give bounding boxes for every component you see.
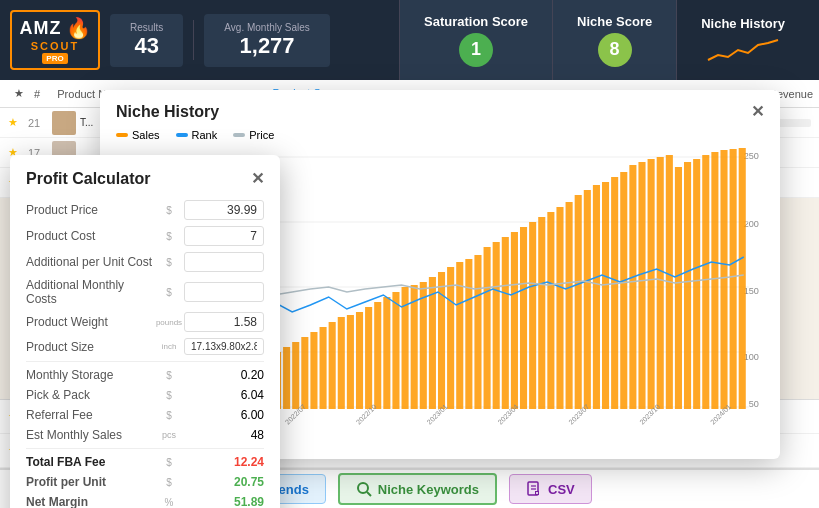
calc-fba-fee-value: 12.24 (184, 455, 264, 469)
calc-header: Profit Calculator ✕ (26, 169, 264, 188)
svg-rect-60 (584, 190, 591, 409)
calc-storage-row: Monthly Storage $ 0.20 (26, 368, 264, 382)
svg-rect-35 (356, 312, 363, 409)
legend-price-dot (233, 133, 245, 137)
avg-sales-label: Avg. Monthly Sales (224, 22, 309, 33)
legend-sales-label: Sales (132, 129, 160, 141)
calc-storage-value: 0.20 (184, 368, 264, 382)
svg-rect-47 (465, 259, 472, 409)
calc-title: Profit Calculator (26, 170, 150, 188)
svg-rect-61 (593, 185, 600, 409)
svg-rect-30 (310, 332, 317, 409)
niche-score-value: 8 (610, 39, 620, 60)
svg-rect-33 (338, 317, 345, 409)
svg-rect-63 (611, 177, 618, 409)
results-stat: Results 43 (110, 14, 183, 67)
csv-label: CSV (548, 482, 575, 497)
svg-rect-49 (484, 247, 491, 409)
calc-margin-value: 51.89 (184, 495, 264, 508)
calc-est-sales-unit: pcs (154, 430, 184, 440)
legend-sales-dot (116, 133, 128, 137)
svg-point-91 (358, 483, 368, 493)
calc-product-cost-row: Product Cost $ (26, 226, 264, 246)
calc-size-row: Product Size inch (26, 338, 264, 355)
modal-header: Niche History ✕ (116, 102, 764, 121)
logo: AMZ 🔥 SCOUT PRO (10, 10, 100, 70)
calc-divider1 (26, 361, 264, 362)
svg-rect-46 (456, 262, 463, 409)
chart-legend: Sales Rank Price (116, 129, 764, 141)
svg-rect-52 (511, 232, 518, 409)
svg-rect-53 (520, 227, 527, 409)
profit-calculator: Profit Calculator ✕ Product Price $ Prod… (10, 155, 280, 508)
logo-pro: PRO (42, 53, 67, 64)
calc-weight-input[interactable] (184, 312, 264, 332)
svg-rect-41 (411, 285, 418, 409)
svg-rect-36 (365, 307, 372, 409)
svg-rect-50 (493, 242, 500, 409)
calc-referral-unit: $ (154, 410, 184, 421)
svg-rect-76 (730, 149, 737, 409)
svg-rect-38 (383, 297, 390, 409)
niche-score-circle: 8 (598, 33, 632, 67)
calc-product-price-input[interactable] (184, 200, 264, 220)
svg-rect-32 (329, 322, 336, 409)
svg-rect-34 (347, 315, 354, 409)
svg-text:50: 50 (749, 399, 759, 409)
legend-sales: Sales (116, 129, 160, 141)
modal-close-button[interactable]: ✕ (751, 102, 764, 121)
calc-product-cost-input[interactable] (184, 226, 264, 246)
legend-price-label: Price (249, 129, 274, 141)
svg-text:100: 100 (744, 352, 759, 362)
modal-title: Niche History (116, 103, 219, 121)
calc-est-sales-label: Est Monthly Sales (26, 428, 154, 442)
calc-additional-monthly-label: Additional Monthly Costs (26, 278, 154, 306)
svg-rect-71 (684, 162, 691, 409)
calc-size-input[interactable] (184, 338, 264, 355)
avg-sales-value: 1,277 (224, 33, 309, 59)
keywords-icon (356, 481, 372, 497)
calc-add-monthly-unit: $ (154, 287, 184, 298)
history-mini-chart (703, 35, 783, 65)
svg-line-92 (367, 492, 371, 496)
calc-referral-row: Referral Fee $ 6.00 (26, 408, 264, 422)
niche-score-title: Niche Score (577, 14, 652, 29)
calc-weight-row: Product Weight pounds (26, 312, 264, 332)
niche-history-title: Niche History (701, 16, 785, 31)
calc-product-price-label: Product Price (26, 203, 154, 217)
calc-est-sales-row: Est Monthly Sales pcs 48 (26, 428, 264, 442)
calc-profit-row: Profit per Unit $ 20.75 (26, 475, 264, 489)
calc-profit-unit: $ (154, 477, 184, 488)
row-star[interactable]: ★ (8, 116, 28, 129)
svg-rect-62 (602, 182, 609, 409)
svg-rect-67 (648, 159, 655, 409)
calc-additional-unit-label: Additional per Unit Cost (26, 255, 154, 269)
calc-pickpack-row: Pick & Pack $ 6.04 (26, 388, 264, 402)
svg-text:200: 200 (744, 219, 759, 229)
csv-button[interactable]: CSV (509, 474, 592, 504)
calc-additional-unit-input[interactable] (184, 252, 264, 272)
calc-margin-label: Net Margin (26, 495, 154, 508)
calc-divider2 (26, 448, 264, 449)
keywords-label: Niche Keywords (378, 482, 479, 497)
svg-text:250: 250 (744, 151, 759, 161)
calc-additional-monthly-input[interactable] (184, 282, 264, 302)
niche-history-block[interactable]: Niche History (676, 0, 809, 80)
results-label: Results (130, 22, 163, 33)
svg-rect-65 (629, 165, 636, 409)
svg-rect-70 (675, 167, 682, 409)
calc-margin-row: Net Margin % 51.89 (26, 495, 264, 508)
legend-rank: Rank (176, 129, 218, 141)
calc-storage-unit: $ (154, 370, 184, 381)
calc-profit-value: 20.75 (184, 475, 264, 489)
svg-rect-58 (566, 202, 573, 409)
svg-rect-56 (547, 212, 554, 409)
svg-rect-28 (292, 342, 299, 409)
keywords-button[interactable]: Niche Keywords (338, 473, 497, 505)
calc-close-button[interactable]: ✕ (251, 169, 264, 188)
score-section: Saturation Score 1 Niche Score 8 Niche H… (399, 0, 809, 80)
calc-weight-label: Product Weight (26, 315, 154, 329)
calc-est-sales-value: 48 (184, 428, 264, 442)
calc-pickpack-unit: $ (154, 390, 184, 401)
svg-rect-64 (620, 172, 627, 409)
